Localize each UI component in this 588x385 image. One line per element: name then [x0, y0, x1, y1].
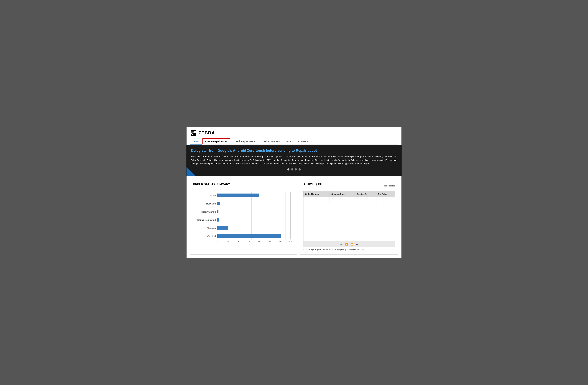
- active-quotes-panel: ACTIVE QUOTES No Records Order Number Cr…: [300, 179, 398, 255]
- banner-decoration: [187, 167, 196, 176]
- last-page-button[interactable]: ⏭: [356, 243, 359, 246]
- col-order-number: Order Number: [304, 191, 330, 197]
- nav-item-check-repair-status[interactable]: Check Repair Status: [231, 138, 258, 144]
- svg-text:210: 210: [247, 241, 250, 243]
- click-here-link[interactable]: Click here: [329, 248, 338, 250]
- svg-text:Shipping: Shipping: [207, 227, 216, 229]
- bar-shipping: [217, 226, 228, 229]
- banner-dots: [191, 168, 397, 171]
- pagination-bar: ⏮ ⏪ ⏩ ⏭: [303, 241, 395, 247]
- quotes-header: ACTIVE QUOTES No Records: [303, 182, 395, 189]
- nav-bar: Home Create Repair Order Check Repair St…: [190, 138, 398, 145]
- col-created-by: Created By: [355, 191, 377, 197]
- header: ZEBRA Home Create Repair Order Check Rep…: [187, 127, 401, 145]
- bar-repair-completed: [217, 218, 219, 222]
- dot-3[interactable]: [295, 168, 297, 171]
- zebra-logo-icon: [190, 129, 197, 137]
- bar-open: [217, 194, 259, 197]
- logo: ZEBRA: [190, 129, 215, 137]
- quotes-table-head: Order Number Creation Date Created By Ne…: [304, 191, 395, 197]
- dot-4[interactable]: [298, 168, 301, 171]
- banner: Deregister from Google's Android Zero-to…: [187, 145, 401, 176]
- banner-body: Zebra will not be responsible for any de…: [191, 155, 397, 166]
- logo-area: ZEBRA: [190, 129, 398, 137]
- svg-text:280: 280: [258, 241, 261, 243]
- svg-text:350: 350: [268, 241, 271, 243]
- svg-text:490: 490: [289, 241, 292, 243]
- bar-received: [217, 202, 220, 205]
- quotes-footer: Last 30 days of quotes shown. Click here…: [303, 248, 395, 250]
- first-page-button[interactable]: ⏮: [339, 243, 343, 246]
- dot-2[interactable]: [291, 168, 293, 171]
- svg-text:Open: Open: [210, 194, 216, 197]
- quotes-table-body: [304, 197, 395, 241]
- svg-text:140: 140: [237, 241, 240, 243]
- prev-page-button[interactable]: ⏪: [345, 243, 348, 246]
- next-page-button[interactable]: ⏩: [350, 243, 354, 246]
- table-row: [304, 203, 395, 241]
- quotes-footer-text: Last 30 days of quotes shown.: [303, 248, 329, 250]
- nav-item-check-entitlement[interactable]: Check Entitlement: [258, 138, 283, 144]
- quotes-footer-suffix: to get expanded search function.: [338, 248, 365, 250]
- quotes-table: Order Number Creation Date Created By Ne…: [303, 191, 395, 241]
- svg-text:70: 70: [227, 241, 229, 243]
- quotes-header-row: Order Number Creation Date Created By Ne…: [304, 191, 395, 197]
- order-status-chart: Open Received Repair Started Repair Comp…: [193, 189, 294, 251]
- col-net-price: Net Price: [377, 191, 395, 197]
- col-creation-date: Creation Date: [330, 191, 355, 197]
- logo-text: ZEBRA: [198, 130, 215, 136]
- banner-title: Deregister from Google's Android Zero-to…: [191, 149, 397, 153]
- svg-text:Repair Started: Repair Started: [201, 210, 216, 213]
- nav-item-create-repair-order[interactable]: Create Repair Order: [203, 138, 231, 144]
- svg-text:Received: Received: [206, 202, 216, 205]
- order-status-title: ORDER STATUS SUMMARY: [193, 182, 294, 186]
- svg-text:0: 0: [217, 241, 218, 243]
- dot-1[interactable]: [287, 168, 290, 171]
- no-records-label: No Records: [384, 185, 395, 187]
- table-row: [304, 197, 395, 203]
- order-status-panel: ORDER STATUS SUMMARY Open Received: [190, 179, 297, 255]
- svg-text:On Hold: On Hold: [207, 235, 216, 237]
- bar-repair-started: [217, 210, 218, 213]
- page-container: ZEBRA Home Create Repair Order Check Rep…: [186, 127, 402, 258]
- nav-item-assets[interactable]: Assets: [283, 138, 295, 144]
- bar-on-hold: [217, 234, 281, 238]
- nav-item-home[interactable]: Home: [190, 138, 202, 144]
- nav-item-contracts[interactable]: Contracts: [295, 138, 311, 144]
- svg-text:Repair Completed: Repair Completed: [197, 219, 216, 221]
- main-content: ORDER STATUS SUMMARY Open Received: [187, 176, 401, 258]
- active-quotes-title: ACTIVE QUOTES: [303, 182, 326, 186]
- svg-text:420: 420: [279, 241, 282, 243]
